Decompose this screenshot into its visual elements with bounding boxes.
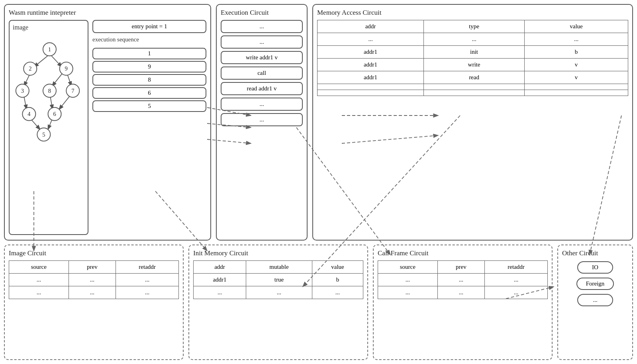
execution-title: Execution Circuit [221, 9, 303, 17]
seq-item: 8 [92, 74, 206, 86]
wasm-right: entry point = 1 execution sequence 19865 [92, 20, 206, 235]
seq-label: execution sequence [92, 36, 206, 43]
other-circuit-item: Foreign [576, 278, 614, 290]
mem-cell: ... [318, 33, 424, 46]
mem-cell: b [525, 46, 628, 59]
circuit-header: source [9, 261, 69, 274]
top-row: Wasm runtime intepreter image [4, 4, 633, 241]
circuit-cell: ... [9, 274, 69, 286]
memory-access-title: Memory Access Circuit [317, 9, 628, 17]
mem-header: addr [318, 20, 424, 33]
wasm-title: Wasm runtime intepreter [9, 9, 206, 17]
image-circuit-title: Image Circuit [9, 249, 179, 257]
entry-point-box: entry point = 1 [92, 20, 206, 33]
circuit-cell: ... [116, 274, 179, 286]
init-memory-panel: Init Memory Circuit addrmutablevalue add… [188, 245, 368, 360]
svg-text:7: 7 [71, 88, 74, 94]
mem-cell: v [525, 59, 628, 71]
mem-cell: ... [525, 33, 628, 46]
mem-cell: addr1 [318, 71, 424, 84]
main-container: Wasm runtime intepreter image [0, 0, 637, 364]
mem-cell [525, 84, 628, 90]
exec-row-box: ... [221, 35, 303, 49]
circuit-header: retaddr [116, 261, 179, 274]
exec-row-box: ... [221, 20, 303, 33]
mem-cell [318, 84, 424, 90]
mem-tbody: .........addr1initbaddr1writevaddr1readv [318, 33, 628, 96]
circuit-cell: ... [312, 286, 363, 299]
wasm-runtime-panel: Wasm runtime intepreter image [4, 4, 211, 241]
mem-header: value [525, 20, 628, 33]
circuit-cell: ... [69, 274, 116, 286]
img-tbody: .................. [9, 274, 179, 299]
mem-cell: v [525, 71, 628, 84]
init-memory-table: addrmutablevalue addr1trueb......... [193, 260, 363, 299]
svg-text:5: 5 [42, 131, 45, 138]
mem-cell [424, 90, 525, 96]
execution-circuit-panel: Execution Circuit ......write addr1 vcal… [216, 4, 308, 241]
mem-cell: write [424, 59, 525, 71]
svg-text:9: 9 [65, 65, 68, 72]
circuit-cell: ... [378, 286, 438, 299]
exec-rows: ......write addr1 vcallread addr1 v.....… [221, 20, 303, 126]
circuit-cell: ... [437, 286, 485, 299]
mem-cell: init [424, 46, 525, 59]
seq-boxes: 19865 [92, 48, 206, 114]
svg-text:8: 8 [48, 88, 51, 94]
exec-row-box: write addr1 v [221, 51, 303, 64]
circuit-cell: ... [246, 286, 312, 299]
svg-text:4: 4 [27, 111, 31, 117]
other-circuit-panel: Other Circuit IOForeign... [557, 245, 633, 360]
seq-item: 1 [92, 48, 206, 59]
circuit-header: prev [437, 261, 485, 274]
mem-cell: read [424, 71, 525, 84]
exec-row-box: ... [221, 98, 303, 111]
cf-thead: sourceprevretaddr [378, 261, 548, 274]
init-tbody: addr1trueb......... [194, 274, 363, 299]
circuit-cell: b [312, 274, 363, 286]
image-circuit-table: sourceprevretaddr .................. [9, 260, 179, 299]
circuit-cell: ... [378, 274, 438, 286]
init-thead: addrmutablevalue [194, 261, 363, 274]
cf-tbody: .................. [378, 274, 548, 299]
circuit-header: retaddr [485, 261, 548, 274]
seq-item: 6 [92, 87, 206, 99]
call-frame-panel: Call Frame Circuit sourceprevretaddr ...… [373, 245, 553, 360]
circuit-cell: ... [485, 274, 548, 286]
image-subpanel: image [9, 20, 88, 235]
mem-cell [525, 90, 628, 96]
image-label: image [13, 24, 84, 31]
circuit-cell: ... [194, 286, 246, 299]
wasm-inner: image [9, 20, 206, 235]
circuit-cell: ... [69, 286, 116, 299]
svg-text:6: 6 [53, 111, 56, 117]
call-frame-table: sourceprevretaddr .................. [378, 260, 548, 299]
mem-cell: addr1 [318, 59, 424, 71]
circuit-cell: ... [485, 286, 548, 299]
circuit-cell: addr1 [194, 274, 246, 286]
memory-access-table: addrtypevalue .........addr1initbaddr1wr… [317, 20, 628, 96]
graph-area: 1 2 9 3 8 7 4 [13, 33, 84, 145]
circuit-cell: ... [437, 274, 485, 286]
circuit-header: value [312, 261, 363, 274]
seq-item: 5 [92, 100, 206, 112]
circuit-header: addr [194, 261, 246, 274]
other-circuit-item: ... [577, 294, 613, 306]
graph-svg: 1 2 9 3 8 7 4 [13, 33, 84, 145]
mem-header: type [424, 20, 525, 33]
circuit-cell: ... [9, 286, 69, 299]
call-frame-title: Call Frame Circuit [378, 249, 548, 257]
mem-cell: addr1 [318, 46, 424, 59]
other-items: IOForeign... [562, 261, 628, 306]
seq-item: 9 [92, 61, 206, 72]
exec-row-box: ... [221, 113, 303, 126]
svg-text:1: 1 [48, 46, 51, 53]
init-memory-title: Init Memory Circuit [193, 249, 363, 257]
image-circuit-panel: Image Circuit sourceprevretaddr ........… [4, 245, 184, 360]
mem-cell [424, 84, 525, 90]
circuit-cell: ... [116, 286, 179, 299]
other-circuit-title: Other Circuit [562, 249, 628, 257]
img-thead: sourceprevretaddr [9, 261, 179, 274]
svg-text:2: 2 [29, 65, 31, 72]
circuit-header: mutable [246, 261, 312, 274]
